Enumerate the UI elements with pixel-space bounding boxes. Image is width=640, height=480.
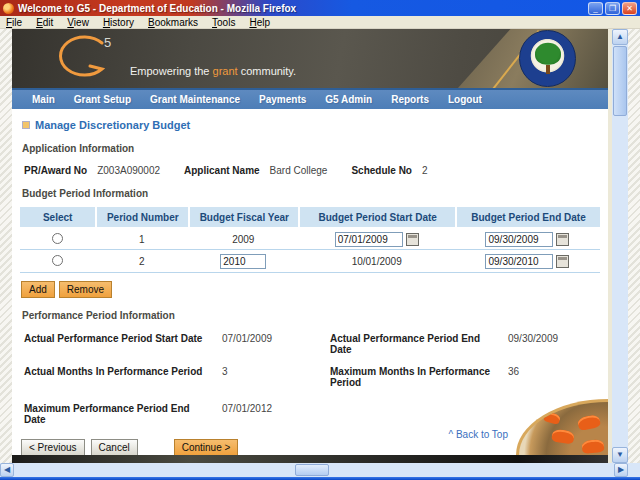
application-info-fields: PR/Award No Z003A090002 Applicant Name B… xyxy=(12,154,608,176)
col-budget-fiscal-year: Budget Fiscal Year xyxy=(188,207,298,227)
nav-grant-setup[interactable]: Grant Setup xyxy=(74,94,131,105)
minimize-button[interactable]: _ xyxy=(588,2,603,15)
applicant-name-label: Applicant Name xyxy=(184,165,260,176)
table-row: 1 2009 xyxy=(20,227,600,250)
schedule-no-value: 2 xyxy=(422,165,428,176)
maximum-end-date-value: 07/01/2012 xyxy=(222,403,330,425)
actual-end-date-value: 09/30/2009 xyxy=(508,333,608,355)
performance-period-fields: Actual Performance Period Start Date 07/… xyxy=(12,321,608,425)
continue-button[interactable]: Continue > xyxy=(174,439,239,456)
vertical-scroll-thumb[interactable] xyxy=(613,46,627,116)
row1-select-radio[interactable] xyxy=(52,233,63,244)
window-title: Welcome to G5 - Department of Education … xyxy=(18,3,588,14)
col-start-date: Budget Period Start Date xyxy=(298,207,455,227)
actual-start-date-label: Actual Performance Period Start Date xyxy=(24,333,222,355)
back-to-top-link[interactable]: ^ Back to Top xyxy=(448,429,508,440)
actual-months-value: 3 xyxy=(222,366,330,388)
scroll-left-button[interactable]: ◀ xyxy=(0,463,14,477)
menu-tools[interactable]: Tools xyxy=(212,17,235,28)
menubar: File Edit View History Bookmarks Tools H… xyxy=(0,16,640,29)
cancel-button[interactable]: Cancel xyxy=(91,439,138,456)
chair-graphic xyxy=(551,429,575,445)
menu-bookmarks[interactable]: Bookmarks xyxy=(148,17,198,28)
vertical-scrollbar[interactable]: ▲ ▼ xyxy=(612,29,628,463)
menu-history[interactable]: History xyxy=(103,17,134,28)
banner-tagline: Empowering the grant community. xyxy=(130,65,296,77)
restore-button[interactable]: ❐ xyxy=(605,2,620,15)
col-period-number: Period Number xyxy=(95,207,188,227)
menu-file[interactable]: File xyxy=(6,17,22,28)
menu-view[interactable]: View xyxy=(67,17,89,28)
scroll-up-button[interactable]: ▲ xyxy=(612,29,628,45)
row1-period-number: 1 xyxy=(95,227,188,250)
chair-graphic xyxy=(581,439,604,454)
chair-graphic xyxy=(577,414,601,431)
col-end-date: Budget Period End Date xyxy=(455,207,600,227)
page-content: Manage Discretionary Budget Application … xyxy=(12,109,608,455)
close-button[interactable]: ✕ xyxy=(622,2,637,15)
col-select: Select xyxy=(20,207,95,227)
row1-end-date-input[interactable] xyxy=(485,232,553,247)
g5-logo-number: 5 xyxy=(104,35,111,50)
page-title-icon xyxy=(22,121,30,129)
page-left-margin xyxy=(0,29,12,463)
maximum-months-label: Maximum Months In Performance Period xyxy=(330,366,508,388)
horizontal-scroll-thumb[interactable] xyxy=(295,464,329,476)
table-row: 2 10/01/2009 xyxy=(20,250,600,273)
horizontal-scrollbar[interactable]: ◀ ▶ xyxy=(0,463,628,477)
calendar-icon[interactable] xyxy=(556,255,569,268)
calendar-icon[interactable] xyxy=(556,233,569,246)
nav-logout[interactable]: Logout xyxy=(448,94,482,105)
nav-main[interactable]: Main xyxy=(32,94,55,105)
nav-reports[interactable]: Reports xyxy=(391,94,429,105)
row1-fiscal-year: 2009 xyxy=(188,227,298,250)
pr-award-no-label: PR/Award No xyxy=(24,165,87,176)
chair-graphic xyxy=(543,411,561,425)
calendar-icon[interactable] xyxy=(406,233,419,246)
scrollbar-corner xyxy=(628,463,640,477)
nav-g5-admin[interactable]: G5 Admin xyxy=(325,94,372,105)
maximum-months-value: 36 xyxy=(508,366,608,388)
firefox-icon xyxy=(3,3,14,14)
actual-end-date-label: Actual Performance Period End Date xyxy=(330,333,508,355)
schedule-no-label: Schedule No xyxy=(351,165,412,176)
scroll-down-button[interactable]: ▼ xyxy=(612,447,628,463)
main-navbar: Main Grant Setup Grant Maintenance Payme… xyxy=(12,88,608,109)
add-button[interactable]: Add xyxy=(21,281,55,298)
row2-end-date-input[interactable] xyxy=(485,254,553,269)
maximum-end-date-label: Maximum Performance Period End Date xyxy=(24,403,222,425)
browser-window: Welcome to G5 - Department of Education … xyxy=(0,0,640,480)
budget-period-heading: Budget Period Information xyxy=(12,176,608,199)
titlebar: Welcome to G5 - Department of Education … xyxy=(0,0,640,16)
row2-fiscal-year-input[interactable] xyxy=(220,254,266,269)
row2-select-radio[interactable] xyxy=(52,255,63,266)
remove-button[interactable]: Remove xyxy=(59,281,112,298)
performance-period-heading: Performance Period Information xyxy=(12,298,608,321)
nav-grant-maintenance[interactable]: Grant Maintenance xyxy=(150,94,240,105)
nav-payments[interactable]: Payments xyxy=(259,94,306,105)
application-info-heading: Application Information xyxy=(12,131,608,154)
seal-trunk xyxy=(546,65,550,74)
row1-start-date-input[interactable] xyxy=(335,232,403,247)
page-title: Manage Discretionary Budget xyxy=(35,119,190,131)
pr-award-no-value: Z003A090002 xyxy=(97,165,160,176)
previous-button[interactable]: < Previous xyxy=(21,439,85,456)
g5-banner: 5 Empowering the grant community. xyxy=(12,29,608,88)
menu-help[interactable]: Help xyxy=(249,17,270,28)
row2-start-date: 10/01/2009 xyxy=(298,250,455,273)
row2-period-number: 2 xyxy=(95,250,188,273)
budget-period-table: Select Period Number Budget Fiscal Year … xyxy=(20,207,600,273)
actual-start-date-value: 07/01/2009 xyxy=(222,333,330,355)
footer-image-strip xyxy=(12,455,608,463)
education-seal xyxy=(519,30,576,87)
page-right-margin xyxy=(628,29,640,463)
g5-logo: 5 xyxy=(50,33,120,85)
applicant-name-value: Bard College xyxy=(270,165,328,176)
scroll-right-button[interactable]: ▶ xyxy=(614,463,628,477)
seal-tree-icon xyxy=(535,43,561,65)
actual-months-label: Actual Months In Performance Period xyxy=(24,366,222,388)
menu-edit[interactable]: Edit xyxy=(36,17,53,28)
